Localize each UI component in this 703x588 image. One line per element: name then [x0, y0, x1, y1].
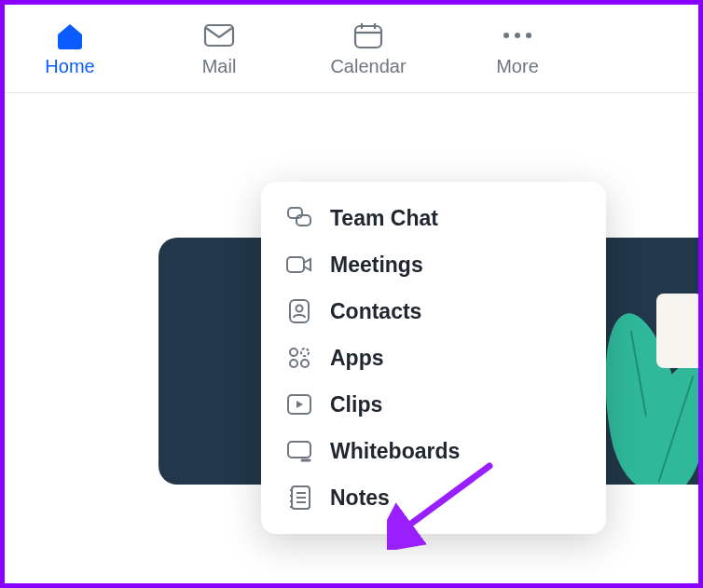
nav-label: Home	[45, 56, 94, 77]
svg-rect-15	[288, 442, 310, 458]
nav-label: More	[496, 56, 539, 77]
mail-icon	[199, 21, 240, 50]
svg-rect-0	[205, 25, 233, 46]
menu-label: Meetings	[330, 253, 423, 278]
menu-item-apps[interactable]: Apps	[269, 335, 599, 381]
nav-item-calendar[interactable]: Calendar	[322, 21, 415, 77]
menu-label: Apps	[330, 346, 384, 371]
menu-item-meetings[interactable]: Meetings	[269, 241, 599, 288]
content-area: Team Chat Meetings	[5, 93, 698, 583]
clips-icon	[285, 390, 313, 418]
svg-rect-7	[287, 257, 304, 272]
whiteboard-icon	[285, 437, 313, 465]
svg-rect-5	[288, 208, 302, 218]
menu-label: Team Chat	[330, 206, 438, 231]
svg-point-12	[290, 360, 297, 367]
nav-label: Calendar	[330, 56, 406, 77]
video-icon	[285, 251, 313, 279]
chat-icon	[285, 204, 313, 232]
more-dropdown: Team Chat Meetings	[261, 182, 606, 534]
nav-label: Mail	[202, 56, 237, 77]
svg-point-13	[301, 360, 309, 367]
home-icon	[49, 21, 90, 50]
menu-item-contacts[interactable]: Contacts	[269, 288, 599, 335]
menu-item-notes[interactable]: Notes	[269, 474, 599, 521]
more-icon	[497, 21, 538, 50]
svg-point-10	[290, 349, 297, 356]
svg-rect-1	[355, 26, 381, 48]
pot-graphic	[656, 294, 698, 368]
menu-label: Clips	[330, 392, 382, 417]
menu-item-whiteboards[interactable]: Whiteboards	[269, 428, 599, 474]
calendar-icon	[348, 21, 389, 50]
contact-icon	[285, 297, 313, 325]
svg-point-9	[296, 306, 303, 312]
menu-label: Whiteboards	[330, 439, 460, 464]
app-frame: Home Mail Calendar	[0, 0, 703, 588]
menu-label: Contacts	[330, 299, 421, 324]
top-nav: Home Mail Calendar	[5, 5, 698, 93]
nav-item-home[interactable]: Home	[23, 21, 117, 77]
svg-rect-6	[296, 215, 310, 226]
menu-label: Notes	[330, 485, 390, 511]
nav-item-more[interactable]: More	[471, 21, 564, 77]
nav-item-mail[interactable]: Mail	[172, 21, 266, 77]
svg-point-11	[301, 349, 309, 356]
menu-item-clips[interactable]: Clips	[269, 381, 599, 428]
apps-icon	[285, 344, 313, 372]
notes-icon	[285, 484, 313, 512]
menu-item-team-chat[interactable]: Team Chat	[269, 195, 599, 241]
